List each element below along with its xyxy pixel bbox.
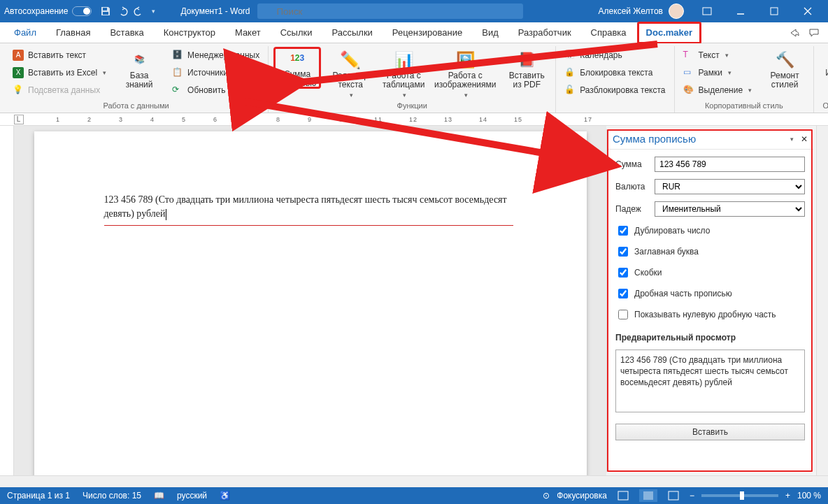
scrollbar-vertical[interactable]	[816, 126, 828, 475]
case-label: Падеж	[615, 204, 649, 214]
user-name[interactable]: Алексей Желтов	[599, 6, 663, 16]
title-bar: Автосохранение ▾ Документ1 - Word Алексе…	[0, 0, 828, 22]
capital-checkbox[interactable]	[618, 247, 628, 257]
ruler-horizontal[interactable]: L 1234 5678 9101112 13141516 17	[0, 113, 828, 126]
document-title: Документ1 - Word	[180, 6, 250, 16]
maximize-icon[interactable]	[758, 0, 790, 22]
ruler-vertical[interactable]	[0, 126, 14, 475]
svg-text:1: 1	[56, 116, 60, 123]
svg-rect-0	[103, 8, 107, 10]
lock-icon: 🔒	[564, 67, 576, 78]
svg-text:16: 16	[549, 116, 557, 123]
status-page[interactable]: Страница 1 из 1	[7, 491, 70, 501]
scrollbar-horizontal[interactable]	[0, 475, 828, 487]
spellcheck-icon[interactable]: 📖	[154, 491, 164, 501]
pdf-icon: 📕	[516, 49, 537, 70]
read-mode-icon[interactable]	[614, 489, 632, 502]
document-text[interactable]: 123 456 789 (Сто двадцать три миллиона ч…	[104, 193, 517, 221]
tab-design[interactable]: Конструктор	[155, 22, 224, 43]
frames-button[interactable]: ▭Рамки▾	[680, 65, 755, 80]
close-icon[interactable]	[792, 0, 824, 22]
info-button[interactable]: i Информация▾	[820, 48, 828, 88]
status-bar: Страница 1 из 1 Число слов: 15 📖 русский…	[0, 487, 828, 504]
refresh-links-button[interactable]: ⟳Обновить связи	[169, 82, 262, 98]
calendar-button[interactable]: 📅Календарь	[562, 48, 668, 63]
tab-insert[interactable]: Вставка	[101, 22, 152, 43]
qat-dropdown-icon[interactable]: ▾	[152, 8, 155, 15]
knowledge-base-button[interactable]: 📚 База знаний	[116, 48, 162, 89]
web-layout-icon[interactable]	[664, 489, 683, 502]
tab-home[interactable]: Главная	[48, 22, 99, 43]
preview-label: Предварительный просмотр	[615, 333, 805, 343]
zoom-out-icon[interactable]: −	[690, 491, 694, 501]
search-input[interactable]	[257, 3, 523, 19]
tab-help[interactable]: Справка	[583, 22, 635, 43]
tab-view[interactable]: Вид	[473, 22, 507, 43]
zoom-slider[interactable]	[701, 494, 778, 497]
svg-rect-27	[643, 491, 653, 500]
print-layout-icon[interactable]	[639, 489, 657, 502]
autosave-toggle[interactable]	[72, 6, 92, 16]
page[interactable]: 123 456 789 (Сто двадцать три миллиона ч…	[34, 131, 587, 475]
accessibility-icon[interactable]: ♿	[220, 491, 230, 501]
insert-pdf-button[interactable]: 📕 Вставить из PDF	[504, 48, 550, 89]
case-select[interactable]: Именительный	[655, 201, 805, 217]
insert-text-button[interactable]: AВставить текст	[10, 48, 109, 63]
document-area[interactable]: 123 456 789 (Сто двадцать три миллиона ч…	[14, 126, 606, 475]
sum-in-words-button[interactable]: 123 Сумма прописью	[274, 48, 320, 88]
highlight-data-button[interactable]: 💡Подсветка данных	[10, 82, 109, 98]
repair-styles-button[interactable]: 🔨 Ремонт стилей	[762, 48, 808, 89]
sum-label: Сумма	[615, 159, 649, 169]
sum-input[interactable]	[655, 157, 805, 172]
insert-button[interactable]: Вставить	[615, 424, 805, 440]
share-icon[interactable]	[789, 27, 800, 38]
group-label-data: Работа с данными	[10, 100, 262, 111]
zoom-in-icon[interactable]: +	[785, 491, 790, 501]
brackets-checkbox[interactable]	[618, 268, 628, 278]
preview-box: 123 456 789 (Сто двадцать три миллиона ч…	[615, 350, 805, 412]
svg-text:15: 15	[514, 116, 522, 123]
avatar[interactable]	[669, 3, 684, 19]
tab-file[interactable]: Файл	[6, 22, 45, 43]
images-button[interactable]: 🖼️ Работа с изображениями▾	[434, 48, 497, 100]
status-words[interactable]: Число слов: 15	[83, 491, 141, 501]
tab-docmaker[interactable]: Doc.maker	[638, 22, 701, 43]
tab-references[interactable]: Ссылки	[272, 22, 321, 43]
tab-developer[interactable]: Разработчик	[510, 22, 580, 43]
highlight-button[interactable]: 🎨Выделение▾	[680, 82, 755, 98]
unlock-text-button[interactable]: 🔓Разблокировка текста	[562, 82, 668, 98]
fraction-checkbox[interactable]	[618, 289, 628, 298]
status-lang[interactable]: русский	[177, 491, 207, 501]
tab-review[interactable]: Рецензирование	[384, 22, 471, 43]
svg-rect-26	[618, 491, 628, 500]
showzero-checkbox[interactable]	[618, 310, 628, 319]
pane-menu-icon[interactable]: ▾	[790, 136, 794, 143]
tab-mailings[interactable]: Рассылки	[323, 22, 380, 43]
text-style-button[interactable]: TТекст▾	[680, 48, 755, 63]
sources-button[interactable]: 📋Источники	[169, 65, 262, 80]
currency-select[interactable]: RUR	[655, 179, 805, 194]
frame-icon: ▭	[683, 67, 694, 78]
autosave-label: Автосохранение	[4, 6, 68, 16]
insert-excel-button[interactable]: XВставить из Excel▾	[10, 65, 109, 80]
redo-icon[interactable]	[134, 6, 145, 17]
svg-rect-28	[669, 491, 678, 500]
comments-icon[interactable]	[808, 27, 820, 38]
text-editor-button[interactable]: ✏️ Редактор текста▾	[327, 48, 373, 100]
undo-icon[interactable]	[117, 6, 128, 17]
save-icon[interactable]	[100, 6, 111, 17]
pane-close-icon[interactable]: ✕	[801, 134, 808, 144]
zoom-percent[interactable]: 100 %	[797, 491, 821, 501]
duplicate-checkbox[interactable]	[618, 226, 628, 236]
palette-icon: 🎨	[683, 85, 694, 96]
lock-text-button[interactable]: 🔒Блокировка текста	[562, 65, 668, 80]
minimize-icon[interactable]	[724, 0, 757, 22]
focus-icon[interactable]: ⊙	[543, 491, 550, 501]
tab-layout[interactable]: Макет	[227, 22, 269, 43]
status-focus[interactable]: Фокусировка	[557, 491, 607, 501]
tables-button[interactable]: 📊 Работа с таблицами▾	[380, 48, 427, 100]
currency-label: Валюта	[615, 182, 649, 192]
tab-selector[interactable]: L	[14, 115, 24, 124]
data-manager-button[interactable]: 🗄️Менеджер данных	[169, 48, 262, 63]
ribbon-display-icon[interactable]	[691, 0, 723, 22]
